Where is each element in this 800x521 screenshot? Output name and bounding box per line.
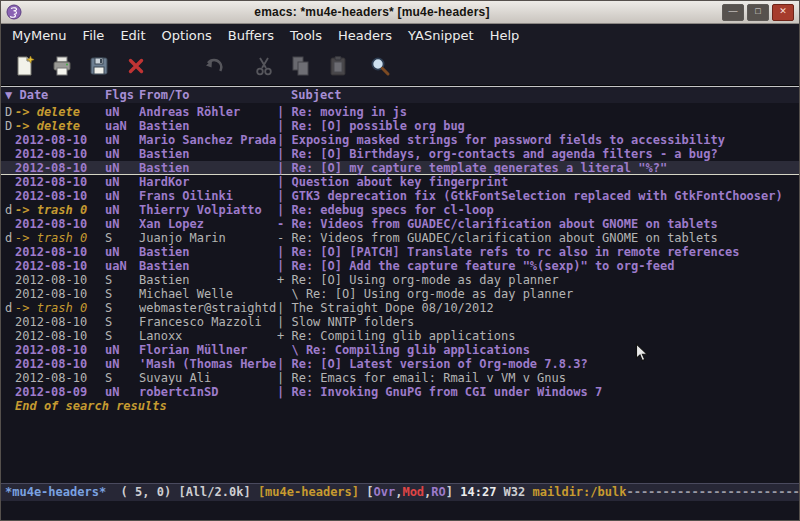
- title-bar[interactable]: emacs: *mu4e-headers* [mu4e-headers] — □…: [1, 1, 799, 24]
- message-row[interactable]: 2012-08-09uNrobertcInSD| Re: Invoking Gn…: [1, 385, 799, 399]
- message-row[interactable]: 2012-08-10SLanoxx+ Re: Compiling glib ap…: [1, 329, 799, 343]
- row-move-target: -> trash 0: [15, 231, 105, 245]
- row-mark: [5, 161, 15, 175]
- row-flags: uN: [105, 343, 139, 357]
- row-flags: S: [105, 273, 139, 287]
- row-date: 2012-08-10: [15, 133, 105, 147]
- row-mark: [5, 217, 15, 231]
- window-controls: — □ ✕: [722, 4, 794, 21]
- row-date: 2012-08-10: [15, 315, 105, 329]
- row-flags: uN: [105, 385, 139, 399]
- message-row[interactable]: 2012-08-10uN'Mash (Thomas Herbert)| Re: …: [1, 357, 799, 371]
- message-row[interactable]: 2012-08-10uNHardKor| Question about key …: [1, 175, 799, 189]
- toolbar-undo-button[interactable]: [198, 51, 230, 81]
- row-date: 2012-08-10: [15, 329, 105, 343]
- row-from: Juanjo Marin: [139, 231, 277, 245]
- toolbar-search-button[interactable]: [364, 51, 396, 81]
- new-file-icon: [13, 54, 37, 78]
- row-date: 2012-08-10: [15, 357, 105, 371]
- menu-help[interactable]: Help: [482, 26, 528, 45]
- menu-buffers[interactable]: Buffers: [220, 26, 282, 45]
- toolbar-cut-button[interactable]: [248, 51, 280, 81]
- message-row[interactable]: 2012-08-10uaNBastien| Re: [O] Add the ca…: [1, 259, 799, 273]
- row-mark: [5, 147, 15, 161]
- row-move-target: -> trash 0: [15, 203, 105, 217]
- message-row[interactable]: 2012-08-10SFrancesco Mazzoli| Slow NNTP …: [1, 315, 799, 329]
- row-flags: uN: [105, 357, 139, 371]
- row-subject: | Re: [O] possible org bug: [277, 119, 799, 133]
- toolbar-new-file-button[interactable]: [9, 51, 41, 81]
- row-flags: uN: [105, 133, 139, 147]
- message-row[interactable]: d-> trash 0uNThierry Volpiatto| Re: edeb…: [1, 203, 799, 217]
- buffer-empty-area: [1, 413, 799, 483]
- message-row[interactable]: D-> deleteuaNBastien| Re: [O] possible o…: [1, 119, 799, 133]
- menu-mymenu[interactable]: MyMenu: [4, 26, 75, 45]
- row-from: Suvayu Ali: [139, 371, 277, 385]
- row-from: Bastien: [139, 119, 277, 133]
- row-subject: | Question about key fingerprint: [277, 175, 799, 189]
- row-date: 2012-08-09: [15, 385, 105, 399]
- message-row[interactable]: D-> deleteuNAndreas Röhler| Re: moving i…: [1, 105, 799, 119]
- message-row[interactable]: 2012-08-10uNFlorian Müllner \ Re: Compil…: [1, 343, 799, 357]
- row-subject: | Slow NNTP folders: [277, 315, 799, 329]
- column-header-from[interactable]: From/To: [139, 88, 277, 102]
- menu-edit[interactable]: Edit: [112, 26, 153, 45]
- modeline-segment: ----------------------------------------…: [626, 485, 799, 499]
- window-title: emacs: *mu4e-headers* [mu4e-headers]: [26, 5, 718, 19]
- row-mark: [5, 133, 15, 147]
- echo-area[interactable]: [1, 501, 799, 520]
- row-date: 2012-08-10: [15, 287, 105, 301]
- row-flags: uN: [105, 147, 139, 161]
- menu-tools[interactable]: Tools: [282, 26, 330, 45]
- row-flags: S: [105, 301, 139, 315]
- row-mark: d: [5, 301, 15, 315]
- modeline-segment: W32: [504, 485, 533, 499]
- column-header-flags[interactable]: Flgs: [105, 88, 139, 102]
- row-from: Xan Lopez: [139, 217, 277, 231]
- row-from: robertcInSD: [139, 385, 277, 399]
- message-row[interactable]: d-> trash 0Swebmaster@straightd...| The …: [1, 301, 799, 315]
- row-date: 2012-08-10: [15, 147, 105, 161]
- mode-line[interactable]: *mu4e-headers* ( 5, 0) [All/2.0k] [mu4e-…: [1, 483, 799, 501]
- toolbar-print-button[interactable]: [46, 51, 78, 81]
- message-row[interactable]: 2012-08-10uNBastien| Re: [O] [PATCH] Tra…: [1, 245, 799, 259]
- modeline-segment: [mu4e-headers]: [258, 485, 359, 499]
- paste-icon: [326, 54, 350, 78]
- column-header-subject[interactable]: Subject: [277, 88, 799, 102]
- message-row[interactable]: 2012-08-10uNBastien| Re: [O] my capture …: [1, 161, 799, 175]
- toolbar-paste-button[interactable]: [322, 51, 354, 81]
- row-mark: d: [5, 231, 15, 245]
- menu-headers[interactable]: Headers: [330, 26, 400, 45]
- row-flags: uN: [105, 175, 139, 189]
- row-mark: [5, 343, 15, 357]
- message-row[interactable]: 2012-08-10uNXan Lopez- Re: Videos from G…: [1, 217, 799, 231]
- row-subject: + Re: [O] Using org-mode as day planner: [277, 273, 799, 287]
- modeline-segment: [: [359, 485, 373, 499]
- row-mark: [5, 175, 15, 189]
- row-date: 2012-08-10: [15, 245, 105, 259]
- row-mark: [5, 245, 15, 259]
- message-row[interactable]: 2012-08-10SSuvayu Ali| Re: Emacs for ema…: [1, 371, 799, 385]
- minimize-button[interactable]: —: [722, 4, 744, 21]
- maximize-button[interactable]: □: [747, 4, 769, 21]
- message-row[interactable]: 2012-08-10SMichael Welle \ Re: [O] Using…: [1, 287, 799, 301]
- toolbar-copy-button[interactable]: [285, 51, 317, 81]
- message-row[interactable]: 2012-08-10SBastien+ Re: [O] Using org-mo…: [1, 273, 799, 287]
- message-row[interactable]: 2012-08-10uNFrans Oilinki| GTK3 deprecat…: [1, 189, 799, 203]
- column-header-date[interactable]: ▼ Date: [5, 88, 105, 102]
- row-flags: S: [105, 315, 139, 329]
- row-mark: D: [5, 119, 15, 133]
- toolbar-close-button[interactable]: [120, 51, 152, 81]
- menu-options[interactable]: Options: [154, 26, 220, 45]
- row-mark: d: [5, 203, 15, 217]
- menu-yasnippet[interactable]: YASnippet: [400, 26, 482, 45]
- menu-file[interactable]: File: [75, 26, 113, 45]
- message-row[interactable]: d-> trash 0SJuanjo Marin- Re: Videos fro…: [1, 231, 799, 245]
- toolbar-save-button[interactable]: [83, 51, 115, 81]
- close-button[interactable]: ✕: [772, 4, 794, 21]
- row-mark: [5, 287, 15, 301]
- modeline-segment: ]: [446, 485, 460, 499]
- message-row[interactable]: 2012-08-10uNMario Sanchez Prada| Exposin…: [1, 133, 799, 147]
- message-row[interactable]: 2012-08-10uNBastien| Re: [O] Birthdays, …: [1, 147, 799, 161]
- row-subject: - Re: Videos from GUADEC/clarification a…: [277, 231, 799, 245]
